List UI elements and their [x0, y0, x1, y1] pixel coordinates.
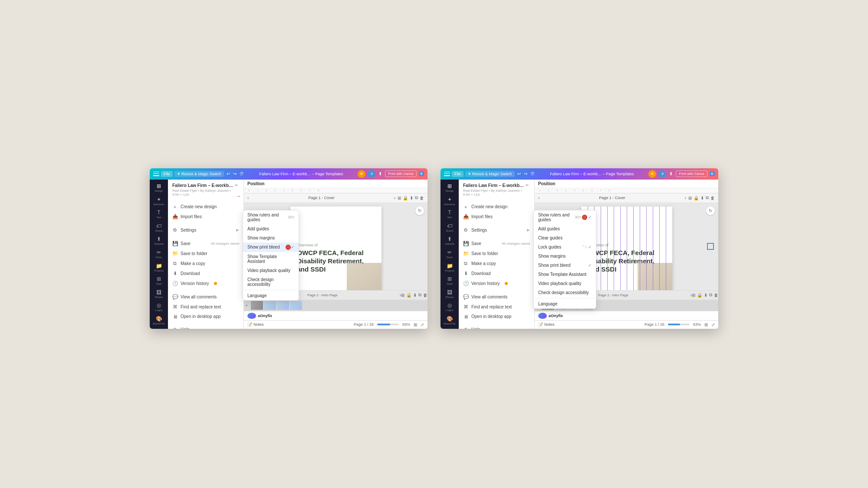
sidebar-text-icon[interactable]: T Text	[152, 209, 166, 220]
redo-button-1[interactable]: ↪	[232, 171, 237, 177]
import-files-item-2[interactable]: 📥 Import files	[459, 212, 534, 222]
undo-button-2[interactable]: ↩	[516, 171, 522, 177]
sidebar-uploads-icon[interactable]: ⬆ Uploads	[152, 235, 166, 247]
undo-button-1[interactable]: ↩	[226, 171, 231, 177]
sidebar-apps-icon[interactable]: ⊞ Apps	[152, 275, 166, 286]
sidebar-photos-icon[interactable]: 🖼 Photos	[152, 288, 166, 300]
p2-tool2-3[interactable]: ⬇	[704, 292, 707, 298]
fit-btn-1[interactable]: ⊞	[414, 322, 417, 327]
submenu-video-quality-2[interactable]: Video playback quality	[534, 279, 596, 288]
file-button-1[interactable]: File	[161, 171, 173, 177]
canvas-tool2-4[interactable]: ⧉	[706, 195, 709, 200]
make-copy-item-2[interactable]: ⧉ Make a copy	[459, 259, 534, 269]
create-new-item-2[interactable]: + Create new design	[459, 202, 534, 212]
refresh-btn-2[interactable]: ↻	[706, 206, 715, 215]
magic-switch-button-2[interactable]: ✦ Resize & Magic Switch	[465, 171, 515, 177]
canvas-tool-5[interactable]: 🗑	[420, 195, 424, 200]
sidebar-brandkits-icon[interactable]: 🎨 Brand Kits	[152, 314, 166, 326]
magic-switch-button-1[interactable]: ✦ Resize & Magic Switch	[174, 171, 224, 177]
p2-tool2-1[interactable]: ⊞	[692, 292, 695, 298]
btm-thumb-4[interactable]	[290, 301, 302, 310]
p2-tool-5[interactable]: 🗑	[423, 292, 427, 298]
submenu-lock-guides-2[interactable]: Lock guides ⌃L ✓	[534, 242, 596, 252]
p2-tool2-2[interactable]: 🔒	[697, 292, 702, 298]
sidebar-design-icon[interactable]: ⊞ Design	[152, 182, 166, 194]
download-item-2[interactable]: ⬇ Download	[459, 269, 534, 278]
p2-tool2-4[interactable]: ⧉	[709, 292, 712, 298]
submenu-language-2[interactable]: Language	[534, 299, 596, 308]
sidebar-brand-icon[interactable]: 🏷 Brand	[152, 222, 166, 233]
settings-item-2[interactable]: ⚙ Settings ▶	[459, 225, 534, 235]
sidebar-design-icon-2[interactable]: ⊞ Design	[443, 182, 457, 194]
help-item-1[interactable]: ? Help	[168, 325, 243, 329]
canvas-tool2-3[interactable]: ⬇	[700, 195, 704, 200]
refresh-btn-1[interactable]: ↻	[415, 206, 424, 215]
save-label-2[interactable]: Save	[471, 241, 481, 246]
expand-btn-2[interactable]: ⤢	[711, 322, 715, 327]
submenu-clear-guides-2[interactable]: Clear guides	[534, 233, 596, 242]
sidebar-brandkits-icon-2[interactable]: 🎨 Brand Kits	[443, 314, 457, 326]
redo-button-2[interactable]: ↪	[523, 171, 528, 177]
submenu-template-assistant-1[interactable]: Show Template Assistant	[243, 252, 299, 266]
hamburger-icon-2[interactable]	[444, 172, 450, 176]
btm-thumb-1[interactable]	[251, 301, 263, 310]
sidebar-draw-icon-2[interactable]: ✏ Draw	[443, 248, 457, 260]
prev-page-btn-2[interactable]: ‹	[538, 196, 539, 200]
print-button-1[interactable]: Print with Canva	[385, 170, 416, 177]
sidebar-projects-icon-2[interactable]: 📁 Projects	[443, 262, 457, 273]
btm-thumb-3[interactable]	[277, 301, 289, 310]
canvas-tool-2[interactable]: 🔒	[403, 195, 408, 200]
submenu-accessibility-2[interactable]: Check design accessibility	[534, 288, 596, 297]
share-icon-2[interactable]: ⬆	[668, 171, 674, 177]
sidebar-text-icon-2[interactable]: T Text	[443, 209, 457, 220]
submenu-video-quality-1[interactable]: Video playback quality	[243, 266, 299, 275]
submenu-show-print-bleed-1[interactable]: Show print bleed ✓	[243, 242, 299, 252]
submenu-show-print-bleed-2[interactable]: Show print bleed ✓	[534, 261, 596, 270]
help-item-2[interactable]: ? Help	[459, 325, 534, 329]
sidebar-brand-icon-2[interactable]: 🏷 Brand	[443, 222, 457, 233]
canvas-tool2-5[interactable]: 🗑	[710, 195, 715, 200]
view-comments-item-1[interactable]: 💬 View all comments	[168, 292, 243, 302]
sidebar-elements-icon-2[interactable]: ✦ Elements	[443, 195, 457, 207]
share-icon-1[interactable]: ⬆	[378, 171, 383, 177]
sidebar-uploads-icon-2[interactable]: ⬆ Uploads	[443, 235, 457, 247]
print-button-2[interactable]: Print with Canva	[676, 170, 707, 177]
next-page-btn-2[interactable]: ›	[685, 196, 686, 200]
edit-icon-2[interactable]: ✏	[526, 183, 529, 187]
submenu-show-rulers-1[interactable]: Show rulers and guides ⌘R	[243, 210, 299, 224]
settings-item-1[interactable]: ⚙ Settings ▶	[168, 225, 243, 235]
download-item-1[interactable]: ⬇ Download	[168, 269, 243, 278]
view-comments-item-2[interactable]: 💬 View all comments	[459, 292, 534, 302]
save-folder-item-1[interactable]: 📁 Save to folder	[168, 249, 243, 259]
version-history-item-1[interactable]: 🕐 Version history	[168, 278, 243, 288]
open-desktop-item-1[interactable]: 🖥 Open in desktop app	[168, 312, 243, 321]
zoom-slider-1[interactable]	[377, 324, 399, 325]
btm-thumb-2[interactable]	[264, 301, 276, 310]
p2-tool-2[interactable]: 🔒	[406, 292, 411, 298]
canvas-tool2-2[interactable]: 🔒	[694, 195, 699, 200]
find-replace-item-1[interactable]: ⌘ Find and replace text	[168, 302, 243, 312]
zoom-slider-2[interactable]	[668, 324, 690, 325]
submenu-show-rulers-2[interactable]: Show rulers and guides ⌘R ✓	[534, 210, 596, 224]
submenu-language-1[interactable]: Language	[243, 291, 299, 300]
timer-button-2[interactable]: ⏱	[529, 171, 536, 177]
find-replace-item-2[interactable]: ⌘ Find and replace text	[459, 302, 534, 312]
open-desktop-item-2[interactable]: 🖥 Open in desktop app	[459, 312, 534, 321]
expand-btn-1[interactable]: ⤢	[421, 322, 424, 327]
submenu-accessibility-1[interactable]: Check design accessibility	[243, 275, 299, 289]
prev-page-btn-1[interactable]: ‹	[247, 196, 249, 200]
save-folder-item-2[interactable]: 📁 Save to folder	[459, 249, 534, 259]
sidebar-apps-icon-2[interactable]: ⊞ Apps	[443, 275, 457, 286]
version-history-item-2[interactable]: 🕐 Version history	[459, 278, 534, 288]
make-copy-item-1[interactable]: ⧉ Make a copy	[168, 259, 243, 269]
canvas-tool-3[interactable]: ⬇	[410, 195, 413, 200]
p2-tool2-5[interactable]: 🗑	[714, 292, 718, 298]
file-button-2[interactable]: File	[452, 171, 464, 177]
canvas-tool-4[interactable]: ⧉	[415, 195, 418, 200]
import-files-item-1[interactable]: 📥 Import files	[168, 212, 243, 222]
sidebar-draw-icon[interactable]: ✏ Draw	[152, 248, 166, 260]
next-page-btn-1[interactable]: ›	[394, 196, 395, 200]
sidebar-projects-icon[interactable]: 📁 Projects	[152, 262, 166, 273]
canvas-tool2-1[interactable]: ⊞	[688, 195, 692, 200]
p2-tool-1[interactable]: ⊞	[401, 292, 404, 298]
